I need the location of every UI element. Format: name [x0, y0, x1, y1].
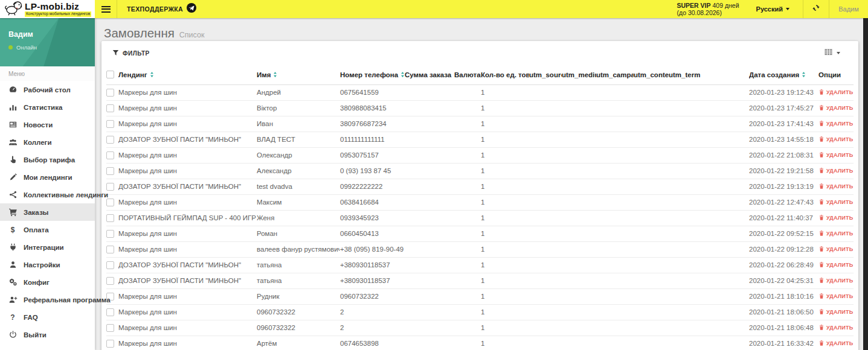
language-selector[interactable]: Русский	[756, 0, 789, 18]
delete-button[interactable]: УДАЛИТЬ	[818, 167, 853, 175]
row-checkbox[interactable]	[106, 120, 114, 128]
sidebar-item-news[interactable]: Новости	[0, 116, 95, 133]
cell-utm_campaign	[596, 210, 634, 226]
columns-toggle-button[interactable]	[824, 48, 840, 59]
delete-button[interactable]: УДАЛИТЬ	[818, 246, 853, 253]
cell-utm_content	[634, 163, 669, 179]
support-link[interactable]: ТЕХПОДДЕРЖКА	[117, 0, 206, 18]
cell-phone: 380976687234	[340, 116, 405, 132]
cell-landing: Маркеры для шин	[118, 241, 257, 257]
sidebar-item-payment[interactable]: $Оплата	[0, 221, 95, 238]
delete-button[interactable]: УДАЛИТЬ	[818, 340, 853, 348]
cell-phone: +38 (095) 819-90-49	[340, 241, 405, 257]
cell-landing: Маркеры для шин	[118, 147, 257, 163]
vertical-scrollbar[interactable]	[863, 18, 868, 350]
cell-landing: ДОЗАТОР ЗУБНОЇ ПАСТИ "МИНЬОН"	[118, 179, 257, 194]
logo[interactable]: LP-mobi.biz Конструктор мобильных лендин…	[0, 0, 95, 18]
row-checkbox[interactable]	[106, 89, 114, 97]
cell-utm_content	[634, 288, 669, 304]
cell-created: 2020-01-23 17:41:43	[749, 116, 818, 132]
trash-icon	[818, 120, 825, 128]
delete-button[interactable]: УДАЛИТЬ	[818, 277, 853, 285]
sidebar-item-label: Выйти	[24, 331, 47, 339]
row-checkbox[interactable]	[106, 340, 114, 348]
delete-button[interactable]: УДАЛИТЬ	[818, 199, 853, 206]
sidebar-item-tariff[interactable]: Выбор тарифа	[0, 151, 95, 168]
cell-sum	[405, 100, 454, 116]
user-menu[interactable]: Вадим	[829, 0, 868, 18]
user-icon	[8, 260, 18, 270]
chevron-down-icon	[786, 8, 789, 10]
delete-button[interactable]: УДАЛИТЬ	[818, 151, 853, 159]
cell-utm_campaign	[596, 132, 634, 147]
row-checkbox[interactable]	[106, 230, 114, 238]
cell-created: 2020-01-21 18:06:50	[749, 304, 818, 320]
delete-button[interactable]: УДАЛИТЬ	[818, 230, 853, 238]
sidebar-item-orders[interactable]: Заказы	[0, 203, 95, 221]
delete-button[interactable]: УДАЛИТЬ	[818, 136, 853, 144]
hamburger-menu-icon[interactable]	[95, 0, 117, 18]
cell-landing: Маркеры для шин	[118, 163, 257, 179]
table-row: Маркеры для шин0960732322212020-01-21 18…	[106, 304, 854, 320]
cell-currency	[454, 147, 481, 163]
sidebar-item-faq[interactable]: ?FAQ	[0, 308, 95, 326]
delete-button[interactable]: УДАЛИТЬ	[818, 120, 853, 128]
delete-button[interactable]: УДАЛИТЬ	[818, 183, 853, 191]
cell-landing: ДОЗАТОР ЗУБНОЇ ПАСТИ "МИНЬОН"	[118, 273, 257, 288]
row-checkbox[interactable]	[106, 199, 114, 206]
page-title: Замовлення	[104, 26, 175, 40]
support-label: ТЕХПОДДЕРЖКА	[127, 5, 183, 13]
delete-button[interactable]: УДАЛИТЬ	[818, 261, 853, 269]
delete-button[interactable]: УДАЛИТЬ	[818, 324, 853, 332]
row-checkbox[interactable]	[106, 183, 114, 191]
cell-created: 2020-01-21 16:33:42	[749, 336, 818, 350]
sidebar-item-referral[interactable]: Реферальная программа	[0, 291, 95, 308]
row-checkbox[interactable]	[106, 151, 114, 159]
sidebar-item-logout[interactable]: Выйти	[0, 326, 95, 343]
cell-utm_medium	[562, 288, 596, 304]
sidebar-item-integrations[interactable]: Интеграции	[0, 238, 95, 256]
delete-button[interactable]: УДАЛИТЬ	[818, 89, 853, 97]
page-subtitle: Список	[179, 31, 205, 39]
sidebar-item-config[interactable]: Конфиг	[0, 273, 95, 291]
cell-utm_term	[669, 210, 749, 226]
refresh-button[interactable]	[803, 0, 829, 18]
cell-qty: 1	[481, 84, 529, 100]
column-header-name[interactable]: Имя	[257, 65, 340, 84]
cell-utm_term	[669, 241, 749, 257]
row-checkbox[interactable]	[106, 324, 114, 332]
delete-button[interactable]: УДАЛИТЬ	[818, 293, 853, 301]
sidebar-item-collective-landings[interactable]: Коллективные лендинги	[0, 186, 95, 203]
column-header-landing[interactable]: Лендинг	[118, 65, 257, 84]
delete-button[interactable]: УДАЛИТЬ	[818, 214, 853, 222]
row-checkbox[interactable]	[106, 308, 114, 316]
row-checkbox[interactable]	[106, 136, 114, 144]
column-header-created[interactable]: Дата создания	[749, 65, 818, 84]
chevron-down-icon	[837, 52, 840, 54]
row-checkbox[interactable]	[106, 214, 114, 222]
column-header-phone[interactable]: Номер телефона	[340, 65, 405, 84]
sidebar-item-statistics[interactable]: Статистика	[0, 98, 95, 116]
row-checkbox[interactable]	[106, 246, 114, 253]
filter-button[interactable]: ФИЛЬТР	[112, 49, 150, 57]
cell-utm_content	[634, 84, 669, 100]
row-checkbox[interactable]	[106, 167, 114, 175]
delete-button[interactable]: УДАЛИТЬ	[818, 308, 853, 316]
plan-badge: SUPER VIP 409 дней (до 30.08.2026)	[677, 0, 739, 18]
cell-created: 2020-01-21 18:10:16	[749, 288, 818, 304]
row-checkbox[interactable]	[106, 261, 114, 269]
sidebar-item-desktop[interactable]: Рабочий стол	[0, 81, 95, 98]
row-checkbox[interactable]	[106, 277, 114, 285]
cell-sum	[405, 273, 454, 288]
sidebar-item-my-landings[interactable]: Мои лендинги	[0, 168, 95, 186]
sidebar-item-colleagues[interactable]: Коллеги	[0, 133, 95, 151]
cell-sum	[405, 257, 454, 273]
cell-currency	[454, 210, 481, 226]
cell-sum	[405, 320, 454, 336]
select-all-checkbox[interactable]	[106, 71, 114, 78]
cell-name: Женя	[257, 210, 340, 226]
row-checkbox[interactable]	[106, 104, 114, 112]
cell-qty: 1	[481, 257, 529, 273]
sidebar-item-settings[interactable]: Настройки	[0, 256, 95, 273]
delete-button[interactable]: УДАЛИТЬ	[818, 104, 853, 112]
